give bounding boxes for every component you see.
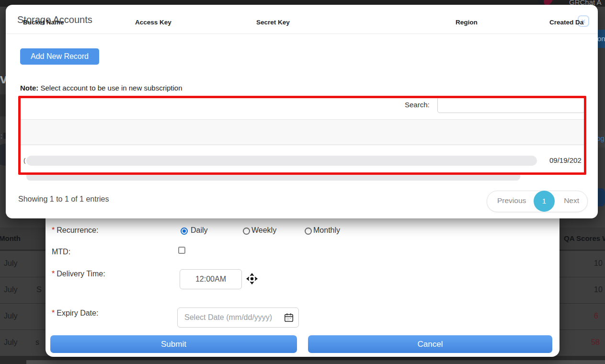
background-right-table: QA Scores W 10 10 6 58 bbox=[559, 228, 605, 356]
month-cell: July bbox=[4, 259, 17, 268]
column-region[interactable]: Region bbox=[456, 19, 478, 26]
timepicker-icon[interactable] bbox=[246, 273, 258, 284]
qa-score-cell: 10 bbox=[594, 285, 603, 294]
delivery-time-input[interactable] bbox=[180, 269, 242, 289]
subscription-form-modal: *Recurrence: Daily Weekly Monthly MTD: *… bbox=[46, 215, 559, 357]
background-colon-fragment: : bbox=[0, 132, 2, 140]
header-divider bbox=[6, 34, 598, 34]
required-marker: * bbox=[52, 270, 55, 278]
recurrence-label: *Recurrence: bbox=[52, 226, 98, 235]
month-cell: July bbox=[4, 312, 17, 320]
month-cell: July bbox=[4, 285, 17, 294]
mtd-checkbox[interactable] bbox=[178, 247, 185, 254]
submit-button[interactable]: Submit bbox=[50, 335, 297, 353]
column-created-date[interactable]: Created Da bbox=[549, 19, 583, 26]
right-table-header-row: QA Scores W bbox=[559, 228, 605, 250]
table-row: 10 bbox=[559, 250, 605, 277]
table-row: July bbox=[0, 303, 46, 330]
qa-score-cell: 6 bbox=[594, 312, 598, 320]
table-row: July bbox=[0, 250, 46, 277]
add-new-record-button[interactable]: Add New Record bbox=[20, 48, 99, 65]
mtd-label: MTD: bbox=[52, 248, 70, 256]
radio-monthly[interactable] bbox=[305, 228, 312, 235]
highlight-annotation bbox=[18, 96, 586, 175]
background-band bbox=[0, 94, 6, 116]
radio-weekly-label[interactable]: Weekly bbox=[251, 226, 276, 235]
required-marker: * bbox=[52, 309, 55, 317]
cell-fragment: S bbox=[36, 285, 42, 294]
storage-accounts-modal: Storage Accounts × Add New Record Note: … bbox=[6, 5, 598, 218]
table-row: JulyS bbox=[0, 277, 46, 303]
redacted-row-partial bbox=[26, 174, 520, 181]
cancel-button[interactable]: Cancel bbox=[308, 335, 552, 353]
pagination-next[interactable]: Next bbox=[564, 196, 579, 205]
radio-daily-label[interactable]: Daily bbox=[191, 226, 208, 235]
qa-score-cell: 58 bbox=[591, 338, 600, 347]
table-row: 6 bbox=[559, 303, 605, 330]
expiry-date-input[interactable] bbox=[177, 307, 299, 328]
table-row: Julys bbox=[0, 330, 46, 356]
radio-weekly[interactable] bbox=[243, 228, 250, 235]
column-secret-key[interactable]: Secret Key bbox=[256, 19, 290, 26]
background-left-table: Month July JulyS July Julys bbox=[0, 228, 46, 356]
note-label: Note: bbox=[20, 84, 38, 92]
pagination-page-1[interactable]: 1 bbox=[534, 191, 555, 212]
column-month: Month bbox=[0, 234, 21, 242]
background-bottom-bar bbox=[26, 360, 605, 364]
column-qa-scores: QA Scores W bbox=[564, 234, 605, 242]
column-bucket-name[interactable]: Bucket Name bbox=[23, 19, 64, 26]
calendar-icon[interactable] bbox=[284, 312, 294, 323]
note-text: Note: Select account to be use in new su… bbox=[20, 84, 183, 92]
radio-daily[interactable] bbox=[181, 228, 188, 235]
pagination-previous[interactable]: Previous bbox=[497, 196, 526, 205]
pagination: Previous 1 Next bbox=[487, 191, 588, 212]
required-marker: * bbox=[52, 226, 55, 234]
table-row: 10 bbox=[559, 277, 605, 303]
left-table-header-row: Month bbox=[0, 228, 46, 250]
qa-score-cell: 10 bbox=[594, 259, 603, 268]
month-cell: July bbox=[4, 338, 17, 347]
radio-monthly-label[interactable]: Monthly bbox=[313, 226, 340, 235]
table-row: 58 bbox=[559, 330, 605, 356]
delivery-time-label: *Delivery Time: bbox=[52, 270, 105, 278]
showing-entries-text: Showing 1 to 1 of 1 entries bbox=[18, 195, 109, 204]
column-access-key[interactable]: Access Key bbox=[135, 19, 171, 26]
cell-fragment: s bbox=[35, 338, 39, 347]
expiry-date-label: *Expiry Date: bbox=[52, 309, 98, 318]
